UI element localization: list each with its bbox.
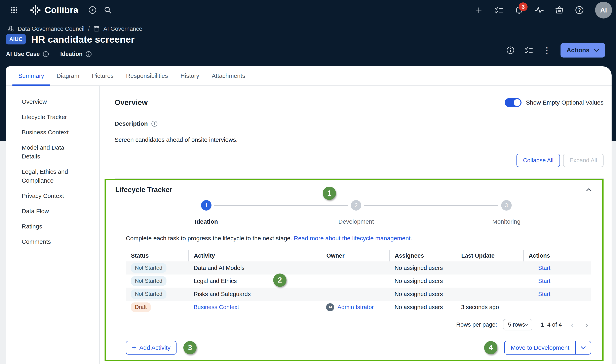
sidebar-item-privacy-context[interactable]: Privacy Context	[22, 192, 82, 200]
move-to-development-button[interactable]: Move to Development	[505, 341, 575, 354]
annotation-badge-2: 2	[273, 273, 286, 287]
status-info-icon[interactable]	[85, 51, 92, 57]
community-icon	[7, 25, 14, 32]
column-header-status: Status	[126, 250, 189, 261]
chevron-down-icon	[594, 49, 599, 52]
activity-cell: Risks and Safeguards	[189, 287, 321, 301]
pagination-next-icon[interactable]: ›	[582, 322, 591, 328]
marketplace-basket-icon[interactable]	[555, 6, 564, 14]
breadcrumb-community[interactable]: Data Governance Council	[18, 26, 84, 32]
tab-summary[interactable]: Summary	[12, 66, 50, 85]
plus-icon: +	[132, 345, 136, 351]
rows-per-page-label: Rows per page:	[456, 321, 497, 328]
owner-cell	[321, 261, 389, 274]
assignees-cell: No assigned users	[389, 301, 456, 314]
assignees-cell: No assigned users	[389, 261, 456, 274]
step-connector	[214, 205, 348, 206]
tab-responsibilities[interactable]: Responsibilities	[120, 66, 174, 85]
step-label-monitoring: Monitoring	[492, 218, 521, 225]
step-connector	[364, 205, 498, 206]
collapse-section-chevron-icon[interactable]	[585, 186, 593, 193]
app-window: Collibra +	[0, 0, 616, 364]
annotation-badge-3: 3	[183, 341, 197, 354]
asset-type-info-icon[interactable]	[43, 51, 49, 57]
status-badge: Not Started	[131, 276, 167, 286]
notifications-bell-icon[interactable]: 3	[515, 6, 524, 14]
last-update-cell: 3 seconds ago	[456, 301, 523, 314]
column-header-assignees: Assignees	[389, 250, 456, 261]
collibra-logo-icon[interactable]	[30, 4, 41, 16]
compass-icon[interactable]	[88, 6, 97, 14]
breadcrumb-domain[interactable]: AI Governance	[103, 26, 142, 32]
column-header-activity: Activity	[189, 250, 321, 261]
owner-cell	[321, 287, 389, 301]
asset-status-label: Ideation	[60, 51, 83, 57]
asset-title-row: AIUC HR candidate screener	[6, 34, 135, 45]
status-badge: Not Started	[131, 263, 167, 273]
owner-cell	[321, 274, 389, 287]
start-link[interactable]: Start	[538, 265, 551, 271]
header-controls: ⋮ Actions	[506, 43, 605, 57]
chevron-down-icon	[525, 324, 528, 326]
content-card: Summary Diagram Pictures Responsibilitie…	[6, 66, 612, 364]
toggle-knob	[514, 99, 521, 106]
last-update-cell	[456, 274, 523, 287]
expand-all-button[interactable]: Expand All	[563, 154, 603, 167]
last-update-cell	[456, 261, 523, 274]
table-row: Draft Business Context AI Admin Istrator	[126, 301, 591, 314]
tab-history[interactable]: History	[174, 66, 205, 85]
collapse-all-button[interactable]: Collapse All	[516, 154, 560, 167]
show-empty-values-toggle[interactable]	[505, 98, 522, 107]
start-link[interactable]: Start	[538, 278, 551, 284]
status-badge: Not Started	[131, 289, 167, 299]
sidebar-item-model-and-data-details[interactable]: Model and Data Details	[22, 143, 82, 161]
activity-pulse-icon[interactable]	[535, 6, 544, 14]
overview-heading: Overview	[115, 98, 148, 107]
topbar: Collibra +	[0, 0, 616, 20]
pagination-range: 1–4 of 4	[541, 321, 562, 328]
tasks-checklist-icon[interactable]	[495, 6, 503, 14]
step-label-development: Development	[338, 218, 374, 225]
page-title: HR candidate screener	[31, 34, 135, 45]
start-link[interactable]: Start	[538, 291, 551, 298]
asset-meta-row: AI Use Case Ideation	[6, 51, 92, 57]
user-avatar[interactable]: AI	[595, 2, 612, 18]
lifecycle-read-more-link[interactable]: Read more about the lifecycle management…	[294, 235, 412, 242]
last-update-cell	[456, 287, 523, 301]
sidebar-item-business-context[interactable]: Business Context	[22, 128, 82, 137]
rows-per-page-select[interactable]: 5 rows	[503, 319, 532, 330]
chevron-down-icon[interactable]	[575, 341, 591, 354]
table-row: Not Started Legal and Ethics No assigned…	[126, 274, 591, 287]
domain-icon	[93, 26, 100, 32]
sidebar-item-data-flow[interactable]: Data Flow	[22, 207, 82, 216]
kebab-menu-icon[interactable]: ⋮	[543, 46, 551, 55]
sidebar-item-ratings[interactable]: Ratings	[22, 222, 82, 231]
owner-cell: AI Admin Istrator	[326, 303, 389, 311]
actions-button[interactable]: Actions	[561, 43, 605, 57]
sidebar-item-lifecycle-tracker[interactable]: Lifecycle Tracker	[22, 113, 82, 121]
sidebar-item-comments[interactable]: Comments	[22, 237, 82, 246]
tab-diagram[interactable]: Diagram	[50, 66, 85, 85]
help-icon[interactable]: ?	[575, 6, 584, 14]
search-icon[interactable]	[103, 6, 112, 14]
sidebar-item-overview[interactable]: Overview	[22, 97, 82, 106]
owner-link[interactable]: Admin Istrator	[337, 304, 374, 311]
tab-pictures[interactable]: Pictures	[86, 66, 120, 85]
info-icon[interactable]	[506, 46, 515, 54]
description-info-icon[interactable]	[151, 120, 158, 127]
pagination-prev-icon[interactable]: ‹	[568, 322, 577, 328]
checklist-icon[interactable]	[524, 46, 533, 55]
table-header-row: Status Activity Owner Assignees Last Upd…	[126, 250, 591, 261]
activity-link[interactable]: Business Context	[194, 304, 239, 310]
topbar-actions: + 3	[475, 2, 612, 18]
add-activity-button[interactable]: + Add Activity	[126, 341, 177, 354]
apps-grid-icon[interactable]	[10, 6, 18, 14]
step-label-ideation: Ideation	[195, 218, 218, 225]
step-circle-ideation: 1	[201, 200, 211, 210]
breadcrumb-separator: /	[88, 26, 90, 32]
main-content: Overview Show Empty Optional Values Desc…	[100, 86, 612, 364]
section-sidebar: Overview Lifecycle Tracker Business Cont…	[6, 86, 100, 364]
create-plus-icon[interactable]: +	[475, 6, 483, 14]
sidebar-item-legal-ethics-compliance[interactable]: Legal, Ethics and Compliance	[22, 167, 82, 185]
tab-attachments[interactable]: Attachments	[205, 66, 252, 85]
